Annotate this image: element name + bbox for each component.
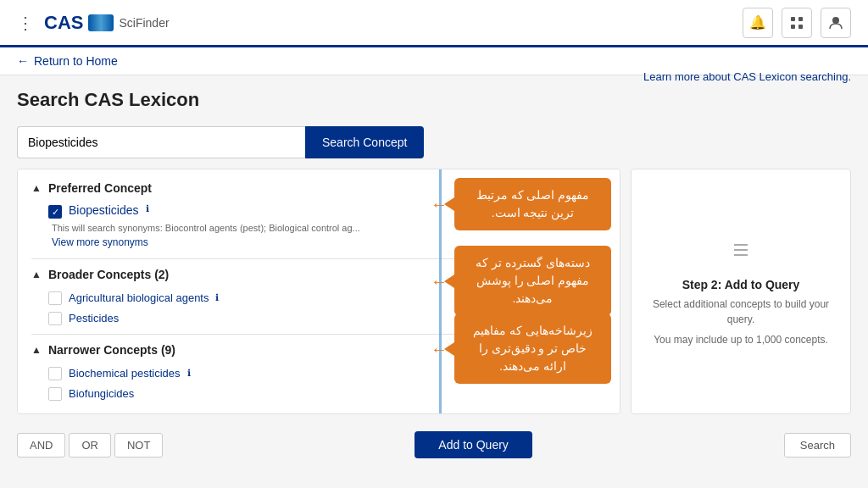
learn-more-link[interactable]: Learn more about CAS Lexicon searching. xyxy=(643,70,851,83)
menu-icon[interactable]: ⋮ xyxy=(17,13,34,33)
logic-buttons: AND OR NOT xyxy=(17,433,163,458)
scifinder-wave-icon xyxy=(88,14,114,31)
biochemical-label: Biochemical pesticides xyxy=(69,367,181,380)
biopesticides-checkbox[interactable] xyxy=(48,205,62,219)
svg-rect-0 xyxy=(791,17,795,21)
list-icon xyxy=(727,236,754,269)
bottom-bar: AND OR NOT Add to Query Search xyxy=(17,423,851,467)
cas-wordmark: CAS xyxy=(44,12,83,34)
search-button[interactable]: Search xyxy=(784,433,851,458)
svg-point-4 xyxy=(832,17,839,24)
narrower-chevron-icon: ▲ xyxy=(31,344,42,356)
header: ⋮ CAS SciFinder 🔔 xyxy=(0,0,868,47)
agricultural-info-icon[interactable]: ℹ xyxy=(215,292,219,303)
biochemical-info-icon[interactable]: ℹ xyxy=(187,368,191,379)
tooltip-narrower: ← زیرشاخه‌هایی که مفاهیم خاص‌ تر و دقیق‌… xyxy=(454,313,611,384)
return-home-link[interactable]: Return to Home xyxy=(34,54,118,68)
scifinder-label: SciFinder xyxy=(119,16,169,30)
biofungicides-label: Biofungicides xyxy=(69,387,134,400)
header-right: 🔔 xyxy=(743,8,851,38)
narrower-concepts-title: Narrower Concepts (9) xyxy=(48,343,175,357)
broader-concepts-title: Broader Concepts (2) xyxy=(48,268,169,281)
biopesticides-label: Biopesticides xyxy=(69,203,139,217)
list-item: Biofungicides xyxy=(48,385,606,401)
svg-rect-1 xyxy=(798,17,803,21)
search-bar: Search Concept xyxy=(17,126,851,158)
preferred-chevron-icon: ▲ xyxy=(31,182,42,194)
agricultural-label: Agricultural biological agents xyxy=(69,291,209,304)
bell-button[interactable]: 🔔 xyxy=(743,8,773,38)
back-arrow-icon: ← xyxy=(17,54,29,68)
pesticides-label: Pesticides xyxy=(69,312,119,324)
biopesticides-info-icon[interactable]: ℹ xyxy=(146,203,149,214)
user-button[interactable] xyxy=(821,8,851,38)
agricultural-checkbox[interactable] xyxy=(48,291,62,305)
grid-button[interactable] xyxy=(782,8,812,38)
or-button[interactable]: OR xyxy=(69,433,111,458)
and-button[interactable]: AND xyxy=(17,433,65,458)
search-concept-button[interactable]: Search Concept xyxy=(305,126,424,158)
not-button[interactable]: NOT xyxy=(114,433,163,458)
page-title: Search CAS Lexicon xyxy=(17,89,199,111)
biochemical-checkbox[interactable] xyxy=(48,367,62,380)
content-area: ▲ Preferred Concept Biopesticides ℹ This… xyxy=(17,169,851,414)
left-panel: ▲ Preferred Concept Biopesticides ℹ This… xyxy=(17,169,620,414)
right-panel: Step 2: Add to Query Select additional c… xyxy=(631,169,851,414)
cas-logo: CAS SciFinder xyxy=(44,12,170,34)
add-to-query-button[interactable]: Add to Query xyxy=(415,431,532,458)
step-note: You may include up to 1,000 concepts. xyxy=(654,332,828,347)
search-input[interactable] xyxy=(17,126,305,158)
step-title: Step 2: Add to Query xyxy=(682,278,800,291)
pesticides-checkbox[interactable] xyxy=(48,312,62,325)
svg-rect-2 xyxy=(791,25,795,29)
tooltip-broader: ← دسته‌های گسترده تر که مفهوم اصلی را پو… xyxy=(454,246,611,316)
main-content: Search CAS Lexicon Learn more about CAS … xyxy=(0,75,868,485)
biofungicides-checkbox[interactable] xyxy=(48,387,62,401)
preferred-concept-title: Preferred Concept xyxy=(48,181,152,195)
svg-rect-3 xyxy=(798,25,803,29)
step-description: Select additional concepts to build your… xyxy=(648,297,833,327)
tooltip-preferred: ← مفهوم اصلی که مرتبط ترین نتیجه است. xyxy=(454,178,611,230)
broader-chevron-icon: ▲ xyxy=(31,269,42,280)
header-left: ⋮ CAS SciFinder xyxy=(17,12,170,34)
